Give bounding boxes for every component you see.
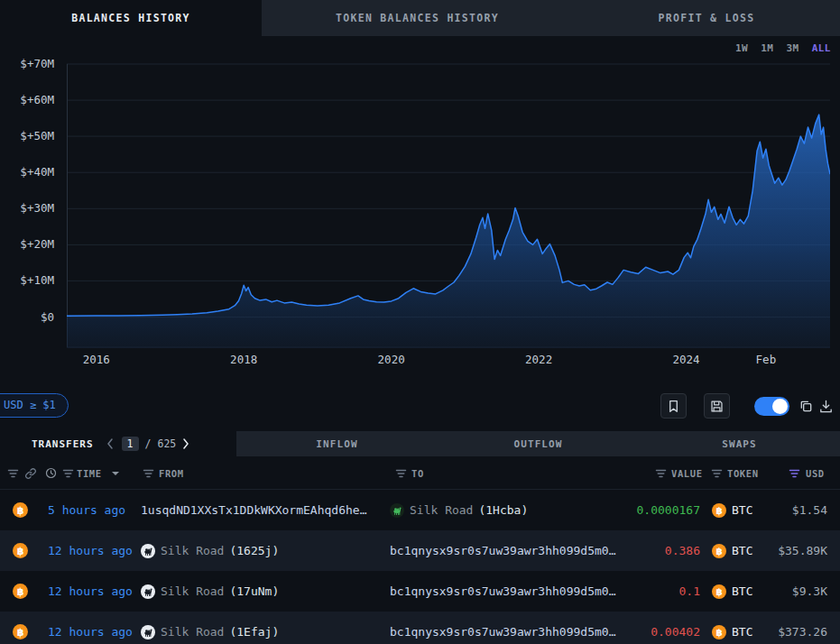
transfer-time-link[interactable]: 5 hours ago	[48, 490, 125, 530]
silk-road-entity-icon	[390, 503, 404, 518]
time-mode-button[interactable]	[45, 456, 57, 490]
column-header-usd[interactable]: USD	[806, 456, 825, 490]
time-sort-caret[interactable]	[112, 456, 119, 490]
chart-toggle-switch[interactable]	[754, 397, 789, 416]
to-cell[interactable]: bc1qnysx9sr0s7uw39awr3hh099d5m0…	[390, 530, 615, 571]
x-axis-tick: Feb	[725, 353, 807, 367]
transfers-pagination: 1 / 625	[106, 437, 192, 451]
bitcoin-chain-icon: ฿	[13, 502, 28, 518]
time-filter-button[interactable]	[62, 456, 74, 490]
chevron-left-icon	[106, 438, 114, 449]
balances-history-page: BALANCES HISTORY TOKEN BALANCES HISTORY …	[0, 0, 840, 644]
usd-sort-button[interactable]	[789, 456, 800, 490]
svg-text:฿: ฿	[17, 586, 24, 598]
entity-name: Silk Road	[410, 503, 473, 517]
transfer-time-link[interactable]: 12 hours ago	[48, 571, 133, 612]
btc-token-icon: ฿	[712, 544, 726, 558]
svg-text:฿: ฿	[716, 586, 723, 597]
to-filter-button[interactable]	[395, 456, 407, 490]
token-cell[interactable]: ฿BTC	[712, 571, 752, 612]
y-axis-tick: $+20M	[0, 237, 60, 252]
column-header-from[interactable]: FROM	[159, 456, 184, 490]
transfer-row[interactable]: ฿5 hours ago1usqdND1XXsTx1DDkWKXormEAhqd…	[0, 490, 840, 530]
x-axis-tick: 2018	[203, 353, 284, 367]
svg-text:฿: ฿	[716, 505, 723, 516]
transfer-time-link[interactable]: 12 hours ago	[48, 530, 133, 571]
token-filter-button[interactable]	[711, 456, 723, 490]
page-separator: /	[145, 437, 152, 450]
column-header-time[interactable]: TIME	[77, 456, 102, 490]
chain-filter-button[interactable]	[7, 456, 19, 490]
chart-range-selector: 1W 1M 3M ALL	[735, 42, 831, 54]
token-cell[interactable]: ฿BTC	[712, 530, 752, 571]
from-cell[interactable]: Silk Road(17uNm)	[141, 571, 279, 612]
to-cell[interactable]: Silk Road(1Hcba)	[390, 490, 528, 530]
transfer-row[interactable]: ฿12 hours agoSilk Road(1Efaj)bc1qnysx9sr…	[0, 612, 840, 644]
column-header-token[interactable]: TOKEN	[727, 456, 759, 490]
entity-address-tag: (1Efaj)	[229, 625, 279, 639]
balance-history-area-chart[interactable]	[67, 61, 830, 348]
value-filter-button[interactable]	[655, 456, 667, 490]
from-filter-button[interactable]	[143, 456, 154, 490]
copy-button[interactable]	[798, 398, 814, 414]
range-all[interactable]: ALL	[812, 42, 831, 54]
from-cell[interactable]: Silk Road(1625j)	[141, 530, 279, 571]
transfers-table-header: TIME FROM TO VALUE TOKEN	[0, 456, 840, 490]
transfer-time-link[interactable]: 12 hours ago	[48, 612, 133, 644]
next-page-button[interactable]	[182, 437, 191, 450]
column-header-value[interactable]: VALUE	[671, 456, 703, 490]
download-icon	[818, 399, 834, 414]
btc-token-icon: ฿	[712, 503, 726, 518]
to-address-link[interactable]: bc1qnysx9sr0s7uw39awr3hh099d5m0…	[390, 625, 615, 639]
caret-down-icon	[112, 472, 119, 475]
tab-swaps[interactable]: SWAPS	[639, 431, 840, 456]
transfer-value: 0.386	[665, 530, 700, 571]
to-address-link[interactable]: bc1qnysx9sr0s7uw39awr3hh099d5m0…	[390, 584, 615, 598]
y-axis-tick: $0	[0, 310, 60, 325]
top-tab-bar: BALANCES HISTORY TOKEN BALANCES HISTORY …	[0, 0, 840, 36]
transfer-row[interactable]: ฿12 hours agoSilk Road(17uNm)bc1qnysx9sr…	[0, 571, 840, 612]
total-pages: 625	[157, 437, 176, 450]
from-cell[interactable]: Silk Road(1Efaj)	[141, 612, 279, 644]
transfer-row[interactable]: ฿12 hours agoSilk Road(1625j)bc1qnysx9sr…	[0, 530, 840, 571]
chain-icon-cell: ฿	[13, 571, 28, 612]
token-cell[interactable]: ฿BTC	[712, 612, 752, 644]
usd-filter-chip[interactable]: USD ≥ $1	[0, 393, 69, 418]
download-button[interactable]	[817, 398, 834, 414]
tab-outflow[interactable]: OUTFLOW	[438, 431, 639, 456]
prev-page-button[interactable]	[106, 437, 115, 450]
to-cell[interactable]: bc1qnysx9sr0s7uw39awr3hh099d5m0…	[390, 612, 615, 644]
from-cell[interactable]: 1usqdND1XXsTx1DDkWKXormEAhqd6he…	[141, 490, 366, 530]
y-axis-tick: $+10M	[0, 273, 60, 288]
token-symbol: BTC	[732, 503, 752, 517]
bitcoin-chain-icon: ฿	[13, 543, 28, 558]
tab-token-balances-history[interactable]: TOKEN BALANCES HISTORY	[262, 0, 573, 36]
save-icon	[709, 399, 725, 414]
y-axis-tick: $+70M	[0, 57, 60, 71]
tab-profit-and-loss[interactable]: PROFIT & LOSS	[573, 0, 840, 36]
chevron-right-icon	[182, 438, 189, 449]
silk-road-entity-icon	[141, 544, 155, 558]
chain-icon-cell: ฿	[13, 490, 28, 530]
entity-name: Silk Road	[161, 584, 224, 598]
svg-text:฿: ฿	[17, 505, 24, 517]
to-address-link[interactable]: bc1qnysx9sr0s7uw39awr3hh099d5m0…	[390, 544, 615, 557]
tx-link-column-icon[interactable]	[24, 456, 37, 490]
svg-text:฿: ฿	[716, 546, 723, 557]
to-cell[interactable]: bc1qnysx9sr0s7uw39awr3hh099d5m0…	[390, 571, 615, 612]
bookmark-button[interactable]	[660, 393, 687, 419]
tab-transfers[interactable]: TRANSFERS 1 / 625	[0, 431, 236, 456]
save-view-button[interactable]	[704, 393, 730, 419]
transfer-usd-value: $35.89K	[778, 530, 827, 571]
tab-balances-history[interactable]: BALANCES HISTORY	[0, 0, 262, 36]
clock-icon	[45, 467, 57, 479]
from-address-link[interactable]: 1usqdND1XXsTx1DDkWKXormEAhqd6he…	[141, 503, 366, 517]
tab-inflow[interactable]: INFLOW	[236, 431, 438, 456]
token-cell[interactable]: ฿BTC	[712, 490, 752, 530]
range-3m[interactable]: 3M	[786, 42, 798, 54]
x-axis-tick: 2020	[351, 353, 432, 367]
range-1m[interactable]: 1M	[761, 42, 773, 54]
column-header-to[interactable]: TO	[411, 456, 424, 490]
range-1w[interactable]: 1W	[735, 42, 748, 54]
x-axis-tick: 2022	[498, 353, 579, 367]
